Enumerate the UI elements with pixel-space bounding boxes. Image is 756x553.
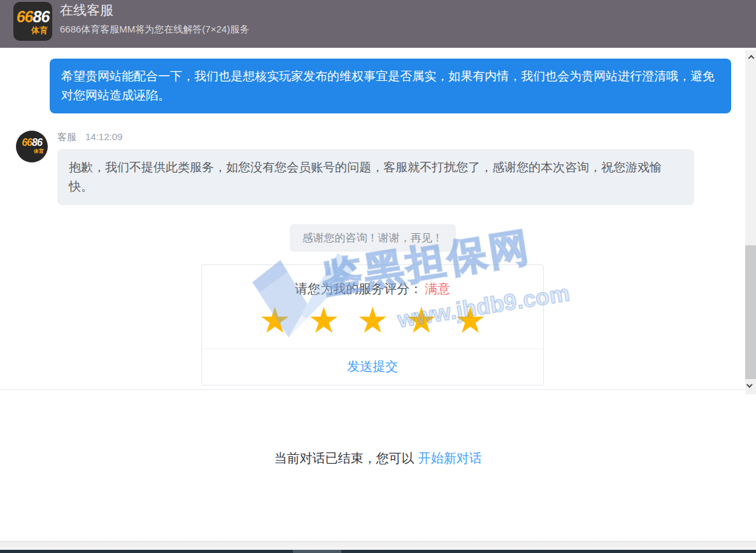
conversation-ended-text: 当前对话已结束，您可以: [275, 451, 415, 465]
star-icon[interactable]: ★: [406, 301, 438, 340]
conversation-ended-row: 当前对话已结束，您可以开始新对话: [0, 450, 756, 467]
avatar-logo-number: 6686: [16, 137, 48, 148]
scroll-up-arrow-icon[interactable]: [748, 55, 753, 61]
vertical-scrollbar[interactable]: [745, 50, 756, 394]
star-icon[interactable]: ★: [454, 301, 486, 340]
start-new-chat-link[interactable]: 开始新对话: [418, 451, 482, 465]
star-icon[interactable]: ★: [259, 301, 291, 340]
submit-rating-button[interactable]: 发送提交: [202, 348, 543, 385]
rating-prompt-row: 请您为我的服务评分：满意: [202, 280, 543, 298]
bottom-horizontal-scrollbar[interactable]: [0, 550, 756, 553]
agent-avatar: 6686 体育: [16, 131, 48, 162]
brand-logo-number: 6686: [13, 8, 52, 26]
system-message-row: 感谢您的咨询！谢谢，再见！: [0, 224, 745, 252]
page-title: 在线客服: [60, 1, 113, 19]
message-timestamp: 14:12:09: [85, 131, 122, 142]
logo-6686-orange: 66: [17, 8, 33, 25]
brand-logo: 6686 体育: [13, 2, 52, 41]
avatar-6686-white: 86: [32, 137, 42, 148]
horizontal-scrollbar-thumb[interactable]: [293, 550, 341, 553]
star-rating-control: ★ ★ ★ ★ ★: [202, 301, 543, 340]
system-message-bubble: 感谢您的咨询！谢谢，再见！: [290, 224, 456, 252]
visitor-message-bubble: 希望贵网站能配合一下，我们也是想核实玩家发布的维权事宜是否属实，如果有内情，我们…: [50, 59, 731, 113]
bottom-input-strip: [0, 541, 756, 550]
avatar-6686-orange: 66: [22, 137, 32, 148]
scrollbar-thumb[interactable]: [745, 245, 756, 379]
star-icon[interactable]: ★: [357, 301, 389, 340]
rating-selected-label: 满意: [425, 282, 450, 296]
rating-prompt-text: 请您为我的服务评分：: [295, 282, 422, 296]
agent-name: 客服: [57, 131, 76, 142]
page-subtitle: 6686体育客服MM将为您在线解答(7×24)服务: [60, 24, 249, 36]
star-icon[interactable]: ★: [308, 301, 339, 340]
chat-message-area: 希望贵网站能配合一下，我们也是想核实玩家发布的维权事宜是否属实，如果有内情，我们…: [0, 48, 745, 390]
rating-card: 请您为我的服务评分：满意 ★ ★ ★ ★ ★ 发送提交: [201, 264, 544, 385]
logo-6686-white: 86: [33, 8, 50, 25]
agent-message-bubble: 抱歉，我们不提供此类服务，如您没有您会员账号的问题，客服就不打扰您了，感谢您的本…: [57, 149, 694, 205]
avatar-tiyu-label: 体育: [34, 148, 44, 155]
logo-tiyu-label: 体育: [31, 25, 48, 36]
scroll-down-arrow-icon[interactable]: [748, 383, 753, 388]
section-divider: [0, 389, 756, 390]
chat-header: 6686 体育 在线客服 6686体育客服MM将为您在线解答(7×24)服务: [0, 0, 756, 48]
agent-meta-row: 客服14:12:09: [57, 131, 122, 143]
